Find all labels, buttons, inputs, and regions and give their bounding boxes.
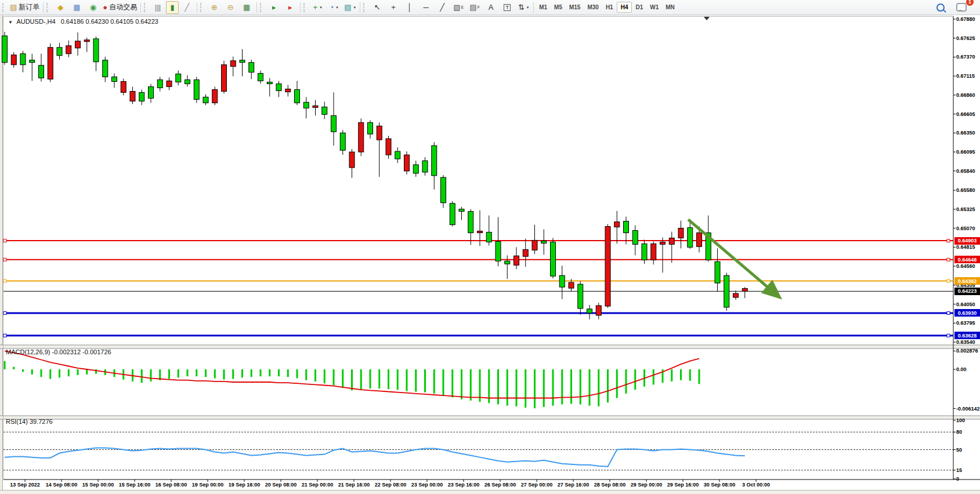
cursor-button[interactable]: ↖ — [369, 1, 385, 14]
chart-shift-icon: ▸ — [288, 3, 292, 11]
timeframe-mn[interactable]: MN — [662, 2, 678, 12]
level-handle-right[interactable] — [947, 258, 950, 261]
hline-button[interactable]: ─ — [418, 1, 434, 14]
candle-body — [697, 233, 702, 246]
current-price-tag: 0.64223 — [954, 288, 980, 295]
timeframe-w1[interactable]: W1 — [646, 2, 662, 12]
bottom-scrollbar[interactable] — [0, 490, 980, 494]
line-chart-button[interactable]: ╱ — [179, 1, 195, 14]
candle-body — [478, 231, 483, 233]
crosshair-button[interactable]: + — [385, 1, 402, 14]
rsi-axis-label: 15 — [956, 467, 962, 473]
new-order-button[interactable]: ▤新订单 — [8, 1, 41, 14]
toolbar-grip — [363, 3, 367, 12]
candle-body — [505, 261, 510, 264]
time-axis-label: 28 Sep 08:00 — [594, 482, 626, 488]
candle-body — [30, 60, 35, 63]
chart-canvas[interactable] — [0, 15, 980, 494]
timeframe-m15[interactable]: M15 — [566, 2, 584, 12]
candle-body — [669, 238, 674, 244]
candle-body — [267, 82, 272, 84]
level-price-tag: 0.64648 — [954, 256, 980, 263]
level-handle-left[interactable] — [3, 258, 6, 261]
bars-icon: ||| — [155, 3, 161, 11]
panel-separator — [0, 345, 980, 348]
dropdown-arrow-icon[interactable]: ▾ — [354, 5, 356, 10]
timeframe-d1[interactable]: D1 — [632, 2, 646, 12]
candle-body — [57, 48, 62, 56]
level-handle-right[interactable] — [947, 279, 950, 282]
timeframe-m1[interactable]: M1 — [536, 2, 551, 12]
macd-axis-label: -0.006142 — [956, 406, 980, 412]
level-handle-left[interactable] — [3, 279, 6, 282]
time-axis-label: 21 Sep 00:00 — [302, 482, 334, 488]
toolbar-separator — [140, 2, 141, 13]
dropdown-arrow-icon[interactable]: ▾ — [527, 5, 529, 10]
trendline-button[interactable]: ╱ — [434, 1, 450, 14]
arrows-button[interactable]: ⇅▾ — [515, 1, 531, 14]
candle-body — [688, 228, 693, 248]
level-handle-left[interactable] — [3, 239, 6, 242]
candle-body — [541, 241, 547, 243]
bar-chart-button[interactable]: ||| — [150, 1, 166, 14]
zoom-in-button[interactable]: ⊕ — [206, 1, 222, 14]
channel-icon-sub: E — [461, 5, 464, 9]
rsi-axis-label: 50 — [956, 447, 962, 453]
toolbar-separator — [300, 2, 301, 13]
timeframe-h1[interactable]: H1 — [602, 2, 617, 12]
toolbar-grip — [200, 3, 204, 12]
time-axis-label: 21 Sep 16:00 — [338, 482, 370, 488]
toolbar-grip — [46, 3, 50, 12]
search-button[interactable] — [932, 1, 949, 14]
level-handle-right[interactable] — [947, 311, 950, 314]
candle-body — [377, 126, 382, 140]
toolbar: ▤新订单◆▦◉●自动交易|||▮╱⊕⊖▦▸▸+▾◔▾▤▾↖+│─╱▧E▤FAT⇅… — [0, 0, 980, 15]
auto-scroll-button[interactable]: ▸ — [266, 1, 282, 14]
tile-windows-button[interactable]: ▦ — [238, 1, 255, 14]
profiles-button[interactable]: ▦ — [68, 1, 85, 14]
collapse-triangle-icon[interactable]: ▼ — [8, 20, 13, 25]
candle-body — [715, 261, 720, 283]
toolbar-grip — [303, 3, 308, 12]
channel-button[interactable]: ▧E — [450, 1, 467, 14]
vline-button[interactable]: │ — [402, 1, 418, 14]
text-button[interactable]: A — [483, 1, 499, 14]
candle-body — [303, 102, 309, 108]
chat-button[interactable]: 1 — [953, 1, 970, 14]
chart-shift-marker-icon[interactable] — [704, 17, 710, 20]
chart-shift-button[interactable]: ▸ — [282, 1, 298, 14]
candle-chart-button[interactable]: ▮ — [166, 1, 179, 14]
indicators-icon: + — [313, 3, 318, 11]
line-icon: ╱ — [185, 3, 189, 11]
trend-arrow[interactable] — [688, 220, 778, 296]
indicators-button[interactable]: +▾ — [309, 1, 326, 14]
level-handle-right[interactable] — [947, 239, 950, 242]
fibo-button[interactable]: ▤F — [467, 1, 483, 14]
crosshair-icon: + — [391, 3, 396, 11]
timeframe-h4[interactable]: H4 — [617, 2, 632, 13]
candle-body — [322, 107, 327, 114]
candle-body — [194, 80, 199, 100]
zoom-out-button[interactable]: ⊖ — [222, 1, 238, 14]
dropdown-arrow-icon[interactable]: ▾ — [336, 5, 338, 10]
timeframe-m30[interactable]: M30 — [584, 2, 602, 12]
candle-body — [496, 241, 501, 261]
level-handle-right[interactable] — [947, 334, 950, 337]
candle-body — [514, 256, 519, 265]
candle-body — [240, 60, 245, 63]
signals-button[interactable]: ◉ — [85, 1, 101, 14]
macd-indicator-label: MACD(12,26,9) -0.002312 -0.001726 — [6, 348, 111, 355]
candle-body — [486, 232, 491, 242]
label-button[interactable]: T — [499, 1, 515, 14]
dropdown-arrow-icon[interactable]: ▾ — [320, 5, 322, 10]
price-axis-label: 0.65840 — [956, 168, 975, 174]
autotrading-button[interactable]: ●自动交易 — [101, 1, 139, 14]
new-chart-button[interactable]: ◆ — [52, 1, 68, 14]
candle-body — [733, 293, 739, 297]
time-axis-label: 29 Sep 16:00 — [667, 482, 699, 488]
templates-button[interactable]: ▤▾ — [342, 1, 358, 14]
timeframe-m5[interactable]: M5 — [551, 2, 566, 12]
periods-button[interactable]: ◔▾ — [326, 1, 342, 14]
level-handle-left[interactable] — [3, 311, 6, 314]
level-handle-left[interactable] — [3, 334, 6, 337]
